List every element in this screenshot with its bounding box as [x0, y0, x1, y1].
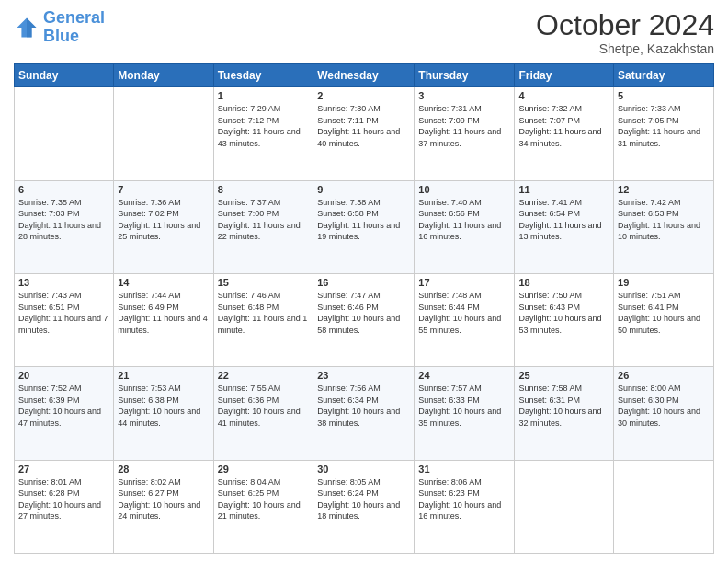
cell-details: Sunrise: 7:52 AM Sunset: 6:39 PM Dayligh… [18, 383, 109, 429]
cell-details: Sunrise: 7:55 AM Sunset: 6:36 PM Dayligh… [218, 383, 310, 429]
calendar-cell: 15Sunrise: 7:46 AM Sunset: 6:48 PM Dayli… [213, 273, 313, 366]
calendar-cell: 6Sunrise: 7:35 AM Sunset: 7:03 PM Daylig… [15, 180, 114, 273]
calendar-cell: 12Sunrise: 7:42 AM Sunset: 6:53 PM Dayli… [614, 180, 714, 273]
day-number: 3 [418, 90, 510, 101]
day-number: 7 [118, 184, 209, 195]
cell-details: Sunrise: 7:36 AM Sunset: 7:02 PM Dayligh… [118, 197, 209, 243]
calendar-cell: 22Sunrise: 7:55 AM Sunset: 6:36 PM Dayli… [213, 367, 313, 460]
day-number: 4 [518, 90, 609, 101]
cell-details: Sunrise: 7:48 AM Sunset: 6:44 PM Dayligh… [418, 290, 510, 336]
cell-details: Sunrise: 7:35 AM Sunset: 7:03 PM Dayligh… [18, 197, 109, 243]
cell-details: Sunrise: 7:41 AM Sunset: 6:54 PM Dayligh… [518, 197, 609, 243]
calendar-cell: 7Sunrise: 7:36 AM Sunset: 7:02 PM Daylig… [114, 180, 213, 273]
page: General Blue October 2024 Shetpe, Kazakh… [0, 0, 728, 563]
day-header-tuesday: Tuesday [213, 64, 313, 87]
day-number: 25 [518, 370, 609, 381]
cell-details: Sunrise: 7:33 AM Sunset: 7:05 PM Dayligh… [618, 103, 710, 149]
cell-details: Sunrise: 8:06 AM Sunset: 6:23 PM Dayligh… [418, 477, 510, 523]
day-number: 31 [418, 464, 510, 475]
day-number: 18 [518, 277, 609, 288]
day-header-wednesday: Wednesday [313, 64, 415, 87]
cell-details: Sunrise: 7:57 AM Sunset: 6:33 PM Dayligh… [418, 383, 510, 429]
calendar-cell: 30Sunrise: 8:05 AM Sunset: 6:24 PM Dayli… [313, 460, 415, 553]
calendar-cell: 18Sunrise: 7:50 AM Sunset: 6:43 PM Dayli… [515, 273, 614, 366]
day-number: 21 [118, 370, 209, 381]
day-number: 9 [317, 184, 410, 195]
calendar-cell: 17Sunrise: 7:48 AM Sunset: 6:44 PM Dayli… [415, 273, 515, 366]
day-header-saturday: Saturday [614, 64, 714, 87]
day-header-friday: Friday [515, 64, 614, 87]
day-number: 29 [218, 464, 310, 475]
calendar-cell: 3Sunrise: 7:31 AM Sunset: 7:09 PM Daylig… [415, 87, 515, 180]
day-number: 28 [118, 464, 209, 475]
day-header-sunday: Sunday [15, 64, 114, 87]
day-number: 23 [317, 370, 410, 381]
calendar-cell: 31Sunrise: 8:06 AM Sunset: 6:23 PM Dayli… [415, 460, 515, 553]
calendar-cell: 4Sunrise: 7:32 AM Sunset: 7:07 PM Daylig… [515, 87, 614, 180]
day-number: 22 [218, 370, 310, 381]
day-header-monday: Monday [114, 64, 213, 87]
cell-details: Sunrise: 7:29 AM Sunset: 7:12 PM Dayligh… [218, 103, 310, 149]
cell-details: Sunrise: 7:40 AM Sunset: 6:56 PM Dayligh… [418, 197, 510, 243]
cell-details: Sunrise: 8:04 AM Sunset: 6:25 PM Dayligh… [218, 477, 310, 523]
calendar-cell: 27Sunrise: 8:01 AM Sunset: 6:28 PM Dayli… [15, 460, 114, 553]
day-header-thursday: Thursday [415, 64, 515, 87]
day-number: 12 [618, 184, 710, 195]
day-number: 30 [317, 464, 410, 475]
calendar-cell: 14Sunrise: 7:44 AM Sunset: 6:49 PM Dayli… [114, 273, 213, 366]
month-title: October 2024 [536, 9, 714, 41]
day-number: 20 [18, 370, 109, 381]
day-number: 13 [18, 277, 109, 288]
cell-details: Sunrise: 7:47 AM Sunset: 6:46 PM Dayligh… [317, 290, 410, 336]
logo-general: General [43, 8, 105, 27]
logo: General Blue [14, 9, 105, 46]
cell-details: Sunrise: 8:02 AM Sunset: 6:27 PM Dayligh… [118, 477, 209, 523]
day-number: 5 [618, 90, 710, 101]
day-number: 26 [618, 370, 710, 381]
calendar-cell: 25Sunrise: 7:58 AM Sunset: 6:31 PM Dayli… [515, 367, 614, 460]
calendar-cell: 10Sunrise: 7:40 AM Sunset: 6:56 PM Dayli… [415, 180, 515, 273]
cell-details: Sunrise: 7:32 AM Sunset: 7:07 PM Dayligh… [518, 103, 609, 149]
day-number: 16 [317, 277, 410, 288]
calendar-cell: 20Sunrise: 7:52 AM Sunset: 6:39 PM Dayli… [15, 367, 114, 460]
calendar-cell: 8Sunrise: 7:37 AM Sunset: 7:00 PM Daylig… [213, 180, 313, 273]
logo-text: General Blue [43, 9, 105, 46]
calendar-cell: 28Sunrise: 8:02 AM Sunset: 6:27 PM Dayli… [114, 460, 213, 553]
day-number: 27 [18, 464, 109, 475]
cell-details: Sunrise: 7:53 AM Sunset: 6:38 PM Dayligh… [118, 383, 209, 429]
day-number: 19 [618, 277, 710, 288]
day-number: 17 [418, 277, 510, 288]
calendar-cell: 5Sunrise: 7:33 AM Sunset: 7:05 PM Daylig… [614, 87, 714, 180]
logo-blue: Blue [43, 27, 79, 45]
cell-details: Sunrise: 7:44 AM Sunset: 6:49 PM Dayligh… [118, 290, 209, 336]
day-number: 10 [418, 184, 510, 195]
cell-details: Sunrise: 7:56 AM Sunset: 6:34 PM Dayligh… [317, 383, 410, 429]
title-block: October 2024 Shetpe, Kazakhstan [536, 9, 714, 56]
calendar-cell: 21Sunrise: 7:53 AM Sunset: 6:38 PM Dayli… [114, 367, 213, 460]
calendar-cell: 11Sunrise: 7:41 AM Sunset: 6:54 PM Dayli… [515, 180, 614, 273]
calendar-cell: 19Sunrise: 7:51 AM Sunset: 6:41 PM Dayli… [614, 273, 714, 366]
cell-details: Sunrise: 7:50 AM Sunset: 6:43 PM Dayligh… [518, 290, 609, 336]
logo-icon [14, 15, 40, 40]
header: General Blue October 2024 Shetpe, Kazakh… [14, 9, 714, 56]
calendar-cell: 13Sunrise: 7:43 AM Sunset: 6:51 PM Dayli… [15, 273, 114, 366]
calendar-cell: 29Sunrise: 8:04 AM Sunset: 6:25 PM Dayli… [213, 460, 313, 553]
cell-details: Sunrise: 8:01 AM Sunset: 6:28 PM Dayligh… [18, 477, 109, 523]
calendar-cell: 23Sunrise: 7:56 AM Sunset: 6:34 PM Dayli… [313, 367, 415, 460]
day-number: 2 [317, 90, 410, 101]
calendar-week-2: 6Sunrise: 7:35 AM Sunset: 7:03 PM Daylig… [15, 180, 714, 273]
calendar-week-5: 27Sunrise: 8:01 AM Sunset: 6:28 PM Dayli… [15, 460, 714, 553]
day-number: 1 [218, 90, 310, 101]
calendar-cell [114, 87, 213, 180]
svg-marker-1 [27, 17, 37, 37]
cell-details: Sunrise: 7:38 AM Sunset: 6:58 PM Dayligh… [317, 197, 410, 243]
cell-details: Sunrise: 7:46 AM Sunset: 6:48 PM Dayligh… [218, 290, 310, 336]
day-number: 6 [18, 184, 109, 195]
day-number: 14 [118, 277, 209, 288]
calendar-week-4: 20Sunrise: 7:52 AM Sunset: 6:39 PM Dayli… [15, 367, 714, 460]
cell-details: Sunrise: 7:58 AM Sunset: 6:31 PM Dayligh… [518, 383, 609, 429]
calendar-week-1: 1Sunrise: 7:29 AM Sunset: 7:12 PM Daylig… [15, 87, 714, 180]
cell-details: Sunrise: 8:05 AM Sunset: 6:24 PM Dayligh… [317, 477, 410, 523]
cell-details: Sunrise: 7:43 AM Sunset: 6:51 PM Dayligh… [18, 290, 109, 336]
calendar-cell: 2Sunrise: 7:30 AM Sunset: 7:11 PM Daylig… [313, 87, 415, 180]
